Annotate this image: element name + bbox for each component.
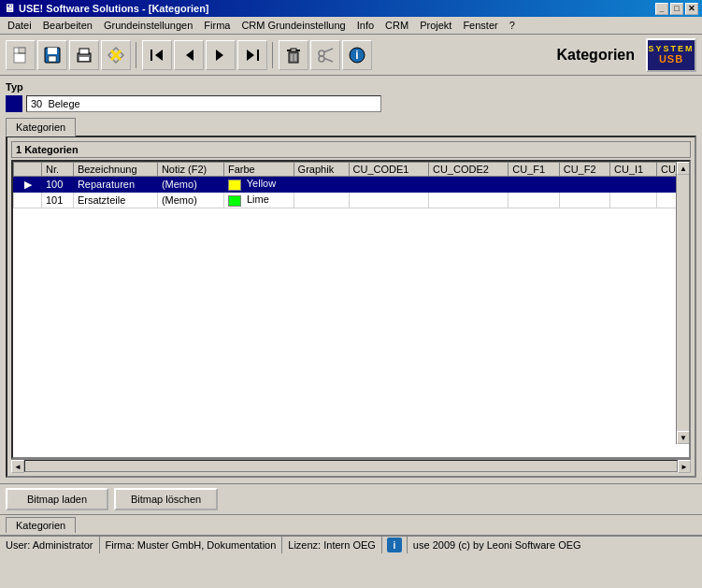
row2-notiz: (Memo) bbox=[157, 193, 223, 208]
row1-cu-code2 bbox=[428, 177, 508, 193]
last-button[interactable] bbox=[237, 40, 267, 70]
tab-bar: Kategorien bbox=[6, 118, 696, 136]
table-row[interactable]: ▶ 100 Reparaturen (Memo) Yellow bbox=[14, 177, 689, 193]
status-bar: User: Administrator Firma: Muster GmbH, … bbox=[0, 535, 702, 553]
col-notiz: Notiz (F2) bbox=[157, 163, 223, 177]
row2-kzac bbox=[14, 193, 42, 208]
status-icon: i bbox=[386, 537, 403, 553]
count-label: 1 Kategorien bbox=[11, 141, 691, 158]
svg-rect-8 bbox=[79, 57, 89, 61]
table-row[interactable]: 101 Ersatzteile (Memo) Lime bbox=[14, 193, 689, 208]
menu-firma[interactable]: Firma bbox=[198, 18, 236, 33]
main-content: Typ 30 Belege Kategorien 1 Kategorien bbox=[0, 76, 702, 483]
scroll-track-h bbox=[24, 460, 678, 472]
scroll-up-button[interactable]: ▲ bbox=[677, 162, 690, 175]
new-button[interactable] bbox=[6, 40, 36, 70]
menu-datei[interactable]: Datei bbox=[2, 18, 37, 33]
data-table: Nr. Bezeichnung Notiz (F2) Farbe Graphik… bbox=[13, 162, 689, 208]
svg-rect-5 bbox=[49, 56, 56, 62]
status-copyright: use 2009 (c) by Leoni Software OEG bbox=[408, 537, 587, 553]
row2-farbe: Lime bbox=[223, 193, 294, 208]
vertical-scrollbar[interactable]: ▲ ▼ bbox=[676, 162, 689, 444]
scroll-track-v bbox=[677, 175, 689, 431]
typ-label: Typ bbox=[6, 81, 696, 93]
row2-cu-i1 bbox=[610, 193, 657, 208]
minimize-button[interactable]: _ bbox=[655, 3, 668, 15]
row2-cu-code2 bbox=[428, 193, 508, 208]
row1-cu-code1 bbox=[349, 177, 428, 193]
scroll-down-button[interactable]: ▼ bbox=[677, 431, 690, 444]
svg-point-24 bbox=[319, 56, 324, 62]
tab-kategorien[interactable]: Kategorien bbox=[6, 118, 76, 136]
menu-bearbeiten[interactable]: Bearbeiten bbox=[37, 18, 98, 33]
typ-section: Typ 30 Belege bbox=[6, 81, 696, 112]
status-tab-kategorien[interactable]: Kategorien bbox=[6, 517, 76, 533]
menu-projekt[interactable]: Projekt bbox=[414, 18, 457, 33]
col-cu-f1: CU_F1 bbox=[509, 163, 559, 177]
col-cu-code1: CU_CODE1 bbox=[349, 163, 428, 177]
next-button[interactable] bbox=[206, 40, 236, 70]
scroll-right-button[interactable]: ► bbox=[678, 460, 691, 473]
print-button[interactable] bbox=[69, 40, 99, 70]
svg-text:i: i bbox=[393, 540, 395, 551]
svg-marker-13 bbox=[155, 50, 163, 61]
maximize-button[interactable]: □ bbox=[670, 3, 683, 15]
bitmap-delete-button[interactable]: Bitmap löschen bbox=[114, 488, 218, 510]
typ-row: 30 Belege bbox=[6, 95, 696, 112]
typ-value: 30 Belege bbox=[26, 95, 381, 112]
row1-bezeichnung: Reparaturen bbox=[73, 177, 157, 193]
menu-info[interactable]: Info bbox=[351, 18, 380, 33]
title-bar: 🖥 USE! Software Solutions - [Kategorien]… bbox=[0, 0, 702, 17]
status-firma: Firma: Muster GmbH, Dokumentation bbox=[100, 537, 283, 553]
svg-rect-4 bbox=[48, 48, 57, 54]
row2-color-box bbox=[228, 195, 241, 207]
status-user: User: Administrator bbox=[0, 537, 100, 553]
table-header: Nr. Bezeichnung Notiz (F2) Farbe Graphik… bbox=[14, 163, 689, 177]
menu-grundeinstellungen[interactable]: Grundeinstellungen bbox=[98, 18, 198, 33]
status-lizenz: Lizenz: Intern OEG bbox=[282, 537, 382, 553]
row2-cu-f1 bbox=[509, 193, 559, 208]
row2-nr: 101 bbox=[42, 193, 74, 208]
table-wrapper[interactable]: Nr. Bezeichnung Notiz (F2) Farbe Graphik… bbox=[13, 162, 689, 457]
save-button[interactable] bbox=[37, 40, 67, 70]
menu-crm-grundeinstellung[interactable]: CRM Grundeinstellung bbox=[236, 18, 351, 33]
svg-rect-20 bbox=[291, 49, 296, 51]
menu-fenster[interactable]: Fenster bbox=[457, 18, 503, 33]
col-nr: Nr. bbox=[42, 163, 74, 177]
row1-cu-f2 bbox=[559, 177, 609, 193]
separator-1 bbox=[136, 42, 137, 68]
col-kzac bbox=[14, 163, 42, 177]
scissors-button[interactable] bbox=[310, 40, 340, 70]
prev-button[interactable] bbox=[174, 40, 204, 70]
menu-help[interactable]: ? bbox=[504, 18, 521, 33]
row2-graphik bbox=[294, 193, 349, 208]
svg-marker-14 bbox=[186, 50, 193, 61]
bitmap-load-button[interactable]: Bitmap laden bbox=[6, 488, 108, 510]
first-button[interactable] bbox=[142, 40, 172, 70]
title-bar-controls: _ □ ✕ bbox=[655, 3, 698, 15]
system-logo: SYSTEM USB bbox=[646, 38, 696, 72]
status-icon-area: i bbox=[382, 537, 408, 553]
row1-notiz: (Memo) bbox=[157, 177, 223, 193]
typ-indicator bbox=[6, 95, 22, 112]
svg-rect-7 bbox=[79, 49, 89, 54]
row1-color-box bbox=[228, 179, 241, 191]
flash-button[interactable] bbox=[101, 40, 131, 70]
inner-panel: 1 Kategorien Nr. Bezeichnung Notiz (F2) … bbox=[6, 136, 696, 478]
svg-rect-18 bbox=[289, 52, 298, 63]
typ-name: Belege bbox=[48, 98, 79, 109]
row2-bezeichnung: Ersatzteile bbox=[73, 193, 157, 208]
svg-text:i: i bbox=[355, 49, 358, 62]
table-container: Nr. Bezeichnung Notiz (F2) Farbe Graphik… bbox=[11, 160, 691, 459]
close-button[interactable]: ✕ bbox=[685, 3, 698, 15]
toolbar: i Kategorien SYSTEM USB bbox=[0, 35, 702, 76]
typ-number: 30 bbox=[31, 98, 42, 109]
col-bezeichnung: Bezeichnung bbox=[73, 163, 157, 177]
row1-nr: 100 bbox=[42, 177, 74, 193]
scroll-left-button[interactable]: ◄ bbox=[11, 460, 24, 473]
info-button[interactable]: i bbox=[342, 40, 372, 70]
delete-button[interactable] bbox=[279, 40, 308, 70]
menu-crm[interactable]: CRM bbox=[380, 18, 414, 33]
horizontal-scroll-area: ◄ ► bbox=[11, 459, 691, 472]
title-bar-icon: 🖥 bbox=[4, 2, 15, 15]
